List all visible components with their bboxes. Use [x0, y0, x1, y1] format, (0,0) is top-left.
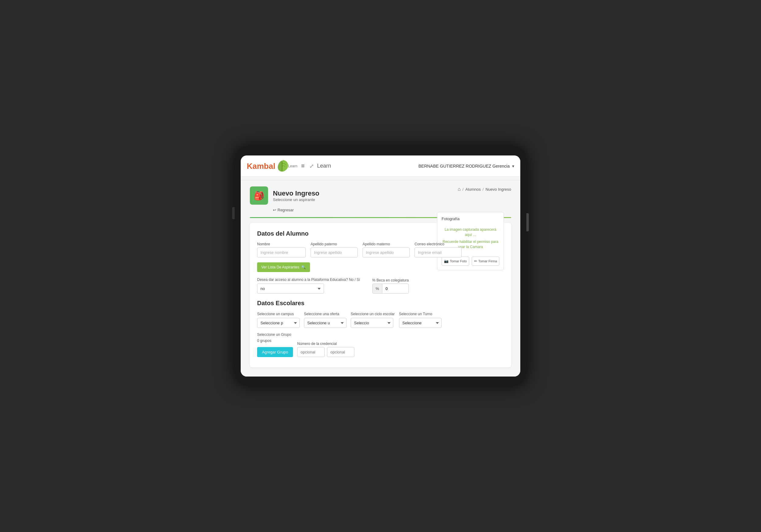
beca-prefix: % [373, 284, 382, 293]
photo-section: Fotografía La imagen capturada aparecerá… [437, 212, 504, 270]
tomar-foto-button[interactable]: 📷 Tomar Foto [441, 257, 469, 266]
apellido-paterno-input[interactable] [311, 247, 358, 257]
search-icon: 🔍 [301, 265, 306, 269]
page-icon: 🎒 [254, 191, 264, 201]
correo-label: Correo electrónico [415, 242, 462, 246]
form-card: Fotografía La imagen capturada aparecerá… [250, 223, 511, 367]
page-content: 🎒 Nuevo Ingreso Seleccione un aspirante … [241, 180, 520, 377]
device-screen: Kambal Learn ≡ ⤢ [241, 155, 520, 377]
nav-right: BERNABE GUTIERREZ RODRIGUEZ Gerencia ▾ [419, 164, 514, 169]
photo-buttons: 📷 Tomar Foto ✏ Tomar Firma [441, 257, 499, 266]
turno-label: Seleccione un Turno [399, 311, 441, 317]
oferta-select[interactable]: Seleccione u [304, 318, 346, 328]
grupo-credencial-row: Seleccione un Grupo 0 grupos Agregar Gru… [257, 332, 504, 357]
regresar-label: Regresar [277, 208, 294, 212]
oferta-label: Seleccione una oferta [304, 311, 346, 317]
page-icon-box: 🎒 [250, 186, 268, 205]
acceso-select[interactable]: no sí [257, 284, 324, 293]
page-title-section: 🎒 Nuevo Ingreso Seleccione un aspirante … [250, 186, 511, 205]
page-title-left: 🎒 Nuevo Ingreso Seleccione un aspirante [250, 186, 320, 205]
logo-kambal-text: Kambal [247, 162, 275, 170]
logo-learn-sub: Learn [288, 164, 298, 168]
credencial-input-2[interactable] [327, 347, 354, 357]
breadcrumb-alumnos: Alumnos [465, 187, 481, 191]
ciclo-group: Seleccione un ciclo escolar Seleccio [351, 311, 395, 328]
correo-input[interactable] [415, 247, 462, 257]
breadcrumb-home-icon: ⌂ [458, 186, 461, 192]
device-frame: Kambal Learn ≡ ⤢ [235, 146, 526, 386]
hamburger-menu-button[interactable]: ≡ [301, 162, 305, 170]
breadcrumb: ⌂ / Alumnos / Nuevo Ingreso [458, 186, 511, 192]
campus-select[interactable]: Seleccione p [257, 318, 300, 328]
campus-label: Seleccione un campus [257, 311, 300, 317]
top-navbar: Kambal Learn ≡ ⤢ [241, 155, 520, 177]
apellido-materno-label: Apellido materno [363, 242, 410, 246]
pen-icon: ✏ [474, 259, 477, 263]
expand-icon[interactable]: ⤢ [309, 163, 314, 170]
acceso-label: Desea dar acceso al alumno a la Platafor… [257, 277, 360, 282]
acceso-group: Desea dar acceso al alumno a la Platafor… [257, 277, 360, 293]
beca-label: % Beca en colegiatura [372, 278, 409, 282]
photo-section-title: Fotografía [441, 217, 499, 221]
regresar-icon: ↩ [273, 208, 276, 212]
logo-container: Kambal Learn [247, 159, 298, 173]
sub-header-bar [241, 177, 520, 180]
regresar-button[interactable]: ↩ Regresar [273, 208, 294, 212]
grupo-label: Seleccione un Grupo [257, 332, 293, 337]
user-menu-chevron[interactable]: ▾ [512, 164, 514, 169]
campus-group: Seleccione un campus Seleccione p [257, 311, 300, 328]
logo-leaf-icon [276, 159, 289, 173]
turno-group: Seleccione un Turno Seleccione [399, 311, 441, 328]
breadcrumb-sep2: / [483, 187, 484, 191]
tomar-firma-label: Tomar Firma [478, 259, 497, 263]
apellido-paterno-label: Apellido paterno [311, 242, 358, 246]
page-title: Nuevo Ingreso [273, 189, 320, 197]
grupos-count: 0 grupos [257, 339, 293, 343]
correo-group: Correo electrónico [415, 242, 462, 257]
ver-lista-label: Ver Lista De Aspirantes [262, 265, 299, 269]
breadcrumb-current: Nuevo Ingreso [485, 187, 511, 191]
nav-learn-label: Learn [317, 163, 331, 169]
photo-placeholder-line1: La imagen capturada aparecerá aquí ... [441, 227, 499, 238]
turno-select[interactable]: Seleccione [399, 318, 441, 328]
beca-input[interactable] [382, 284, 404, 293]
credencial-group: Número de la credencial [297, 342, 354, 357]
nombre-input[interactable] [257, 247, 306, 257]
credencial-label: Número de la credencial [297, 342, 354, 346]
user-name-display: BERNABE GUTIERREZ RODRIGUEZ Gerencia [419, 164, 510, 169]
beca-input-wrap: % [372, 284, 409, 293]
logo-text-stack: Learn [288, 164, 298, 168]
apellido-materno-group: Apellido materno [363, 242, 410, 257]
ciclo-label: Seleccione un ciclo escolar [351, 311, 395, 317]
grupo-outer-group: Seleccione un Grupo 0 grupos Agregar Gru… [257, 332, 293, 357]
breadcrumb-sep1: / [463, 187, 464, 191]
nombre-group: Nombre [257, 242, 306, 257]
ver-lista-aspirantes-button[interactable]: Ver Lista De Aspirantes 🔍 [257, 262, 310, 272]
ciclo-select[interactable]: Seleccio [351, 318, 393, 328]
page-subtitle: Seleccione un aspirante [273, 197, 320, 202]
oferta-group: Seleccione una oferta Seleccione u [304, 311, 346, 328]
page-title-text: Nuevo Ingreso Seleccione un aspirante [273, 189, 320, 202]
nombre-row: Nombre Apellido paterno Apellido materno… [257, 242, 431, 257]
access-beca-row: Desea dar acceso al alumno a la Platafor… [257, 277, 504, 293]
apellido-materno-input[interactable] [363, 247, 410, 257]
tomar-firma-button[interactable]: ✏ Tomar Firma [472, 257, 499, 266]
apellido-paterno-group: Apellido paterno [311, 242, 358, 257]
logo-area: Kambal Learn ≡ [247, 159, 305, 173]
beca-group: % Beca en colegiatura % [372, 278, 409, 293]
credencial-inputs [297, 347, 354, 357]
agregar-grupo-button[interactable]: Agregar Grupo [257, 347, 293, 357]
tomar-foto-label: Tomar Foto [450, 259, 467, 263]
credencial-input-1[interactable] [297, 347, 324, 357]
camera-icon: 📷 [444, 259, 448, 263]
nombre-label: Nombre [257, 242, 306, 246]
datos-escolares-title: Datos Escolares [257, 300, 504, 307]
escolares-selects-row: Seleccione un campus Seleccione p Selecc… [257, 311, 504, 328]
